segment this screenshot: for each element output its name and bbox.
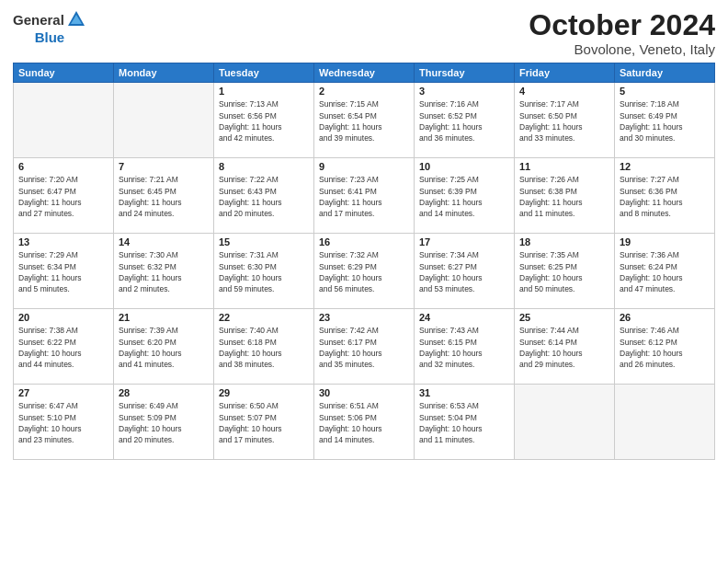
calendar-cell: 25Sunrise: 7:44 AM Sunset: 6:14 PM Dayli…	[515, 309, 615, 385]
calendar-cell: 26Sunrise: 7:46 AM Sunset: 6:12 PM Dayli…	[615, 309, 715, 385]
day-number: 10	[419, 161, 509, 172]
day-number: 30	[319, 387, 409, 398]
day-number: 16	[319, 236, 409, 247]
day-info: Sunrise: 7:40 AM Sunset: 6:18 PM Dayligh…	[219, 325, 309, 370]
calendar-cell	[615, 385, 715, 460]
day-info: Sunrise: 7:39 AM Sunset: 6:20 PM Dayligh…	[119, 325, 209, 370]
day-number: 11	[519, 161, 609, 172]
weekday-header-row: SundayMondayTuesdayWednesdayThursdayFrid…	[14, 63, 715, 83]
calendar-body: 1Sunrise: 7:13 AM Sunset: 6:56 PM Daylig…	[14, 83, 715, 460]
calendar-week-row: 6Sunrise: 7:20 AM Sunset: 6:47 PM Daylig…	[14, 158, 715, 234]
title-block: October 2024 Bovolone, Veneto, Italy	[529, 9, 715, 57]
weekday-header-cell: Tuesday	[214, 63, 314, 83]
calendar-cell: 1Sunrise: 7:13 AM Sunset: 6:56 PM Daylig…	[214, 83, 314, 158]
day-info: Sunrise: 7:26 AM Sunset: 6:38 PM Dayligh…	[519, 174, 609, 219]
day-number: 13	[18, 236, 108, 247]
calendar-cell: 28Sunrise: 6:49 AM Sunset: 5:09 PM Dayli…	[114, 385, 214, 460]
calendar-cell: 30Sunrise: 6:51 AM Sunset: 5:06 PM Dayli…	[314, 385, 415, 460]
day-info: Sunrise: 7:16 AM Sunset: 6:52 PM Dayligh…	[419, 98, 509, 144]
calendar-cell: 11Sunrise: 7:26 AM Sunset: 6:38 PM Dayli…	[515, 158, 615, 234]
weekday-header-cell: Wednesday	[314, 63, 415, 83]
day-number: 3	[419, 86, 509, 97]
day-number: 6	[18, 161, 108, 172]
calendar-cell: 12Sunrise: 7:27 AM Sunset: 6:36 PM Dayli…	[615, 158, 715, 234]
calendar-cell: 29Sunrise: 6:50 AM Sunset: 5:07 PM Dayli…	[214, 385, 314, 460]
day-info: Sunrise: 7:44 AM Sunset: 6:14 PM Dayligh…	[519, 325, 609, 370]
calendar-cell: 17Sunrise: 7:34 AM Sunset: 6:27 PM Dayli…	[415, 234, 515, 309]
day-info: Sunrise: 7:18 AM Sunset: 6:49 PM Dayligh…	[620, 98, 710, 144]
calendar-cell: 5Sunrise: 7:18 AM Sunset: 6:49 PM Daylig…	[615, 83, 715, 158]
day-info: Sunrise: 7:13 AM Sunset: 6:56 PM Dayligh…	[219, 98, 309, 144]
day-info: Sunrise: 7:32 AM Sunset: 6:29 PM Dayligh…	[319, 249, 409, 294]
day-number: 29	[219, 387, 309, 398]
day-info: Sunrise: 7:22 AM Sunset: 6:43 PM Dayligh…	[219, 174, 309, 219]
day-info: Sunrise: 6:49 AM Sunset: 5:09 PM Dayligh…	[119, 400, 209, 445]
day-number: 2	[319, 86, 409, 97]
day-number: 17	[419, 236, 509, 247]
calendar-week-row: 27Sunrise: 6:47 AM Sunset: 5:10 PM Dayli…	[14, 385, 715, 460]
day-number: 28	[119, 387, 209, 398]
day-number: 27	[18, 387, 108, 398]
calendar-cell: 20Sunrise: 7:38 AM Sunset: 6:22 PM Dayli…	[14, 309, 114, 385]
logo-icon	[66, 9, 86, 29]
calendar-cell: 8Sunrise: 7:22 AM Sunset: 6:43 PM Daylig…	[214, 158, 314, 234]
day-info: Sunrise: 7:27 AM Sunset: 6:36 PM Dayligh…	[620, 174, 710, 219]
day-info: Sunrise: 7:20 AM Sunset: 6:47 PM Dayligh…	[18, 174, 108, 219]
calendar-week-row: 1Sunrise: 7:13 AM Sunset: 6:56 PM Daylig…	[14, 83, 715, 158]
day-number: 22	[219, 312, 309, 323]
calendar-cell: 15Sunrise: 7:31 AM Sunset: 6:30 PM Dayli…	[214, 234, 314, 309]
day-info: Sunrise: 6:50 AM Sunset: 5:07 PM Dayligh…	[219, 400, 309, 445]
day-info: Sunrise: 7:15 AM Sunset: 6:54 PM Dayligh…	[319, 98, 409, 144]
weekday-header-cell: Monday	[114, 63, 214, 83]
calendar-cell: 21Sunrise: 7:39 AM Sunset: 6:20 PM Dayli…	[114, 309, 214, 385]
calendar-table: SundayMondayTuesdayWednesdayThursdayFrid…	[13, 63, 715, 460]
day-info: Sunrise: 7:31 AM Sunset: 6:30 PM Dayligh…	[219, 249, 309, 294]
day-info: Sunrise: 7:36 AM Sunset: 6:24 PM Dayligh…	[620, 249, 710, 294]
logo-general: General	[13, 12, 64, 28]
calendar-cell: 23Sunrise: 7:42 AM Sunset: 6:17 PM Dayli…	[314, 309, 415, 385]
calendar-cell	[14, 83, 114, 158]
location-title: Bovolone, Veneto, Italy	[529, 41, 715, 57]
header: General Blue October 2024 Bovolone, Vene…	[13, 9, 715, 57]
weekday-header-cell: Friday	[515, 63, 615, 83]
day-number: 23	[319, 312, 409, 323]
calendar-cell: 7Sunrise: 7:21 AM Sunset: 6:45 PM Daylig…	[114, 158, 214, 234]
day-number: 19	[620, 236, 710, 247]
calendar-cell: 6Sunrise: 7:20 AM Sunset: 6:47 PM Daylig…	[14, 158, 114, 234]
day-number: 18	[519, 236, 609, 247]
day-info: Sunrise: 7:35 AM Sunset: 6:25 PM Dayligh…	[519, 249, 609, 294]
day-info: Sunrise: 6:47 AM Sunset: 5:10 PM Dayligh…	[18, 400, 108, 445]
calendar-cell: 27Sunrise: 6:47 AM Sunset: 5:10 PM Dayli…	[14, 385, 114, 460]
day-number: 31	[419, 387, 509, 398]
calendar-week-row: 20Sunrise: 7:38 AM Sunset: 6:22 PM Dayli…	[14, 309, 715, 385]
day-number: 8	[219, 161, 309, 172]
day-number: 25	[519, 312, 609, 323]
calendar-cell: 14Sunrise: 7:30 AM Sunset: 6:32 PM Dayli…	[114, 234, 214, 309]
day-number: 15	[219, 236, 309, 247]
calendar-cell: 10Sunrise: 7:25 AM Sunset: 6:39 PM Dayli…	[415, 158, 515, 234]
calendar-cell	[515, 385, 615, 460]
page-container: General Blue October 2024 Bovolone, Vene…	[0, 0, 728, 469]
day-number: 12	[620, 161, 710, 172]
day-info: Sunrise: 7:29 AM Sunset: 6:34 PM Dayligh…	[18, 249, 108, 294]
day-info: Sunrise: 7:25 AM Sunset: 6:39 PM Dayligh…	[419, 174, 509, 219]
calendar-cell: 3Sunrise: 7:16 AM Sunset: 6:52 PM Daylig…	[415, 83, 515, 158]
day-info: Sunrise: 7:46 AM Sunset: 6:12 PM Dayligh…	[620, 325, 710, 370]
calendar-cell	[114, 83, 214, 158]
calendar-cell: 16Sunrise: 7:32 AM Sunset: 6:29 PM Dayli…	[314, 234, 415, 309]
day-info: Sunrise: 7:42 AM Sunset: 6:17 PM Dayligh…	[319, 325, 409, 370]
day-number: 1	[219, 86, 309, 97]
day-number: 4	[519, 86, 609, 97]
day-number: 9	[319, 161, 409, 172]
calendar-week-row: 13Sunrise: 7:29 AM Sunset: 6:34 PM Dayli…	[14, 234, 715, 309]
day-info: Sunrise: 7:23 AM Sunset: 6:41 PM Dayligh…	[319, 174, 409, 219]
day-info: Sunrise: 7:30 AM Sunset: 6:32 PM Dayligh…	[119, 249, 209, 294]
calendar-cell: 22Sunrise: 7:40 AM Sunset: 6:18 PM Dayli…	[214, 309, 314, 385]
day-number: 7	[119, 161, 209, 172]
logo: General Blue	[13, 9, 86, 45]
calendar-cell: 13Sunrise: 7:29 AM Sunset: 6:34 PM Dayli…	[14, 234, 114, 309]
day-info: Sunrise: 6:51 AM Sunset: 5:06 PM Dayligh…	[319, 400, 409, 445]
calendar-cell: 24Sunrise: 7:43 AM Sunset: 6:15 PM Dayli…	[415, 309, 515, 385]
day-info: Sunrise: 7:43 AM Sunset: 6:15 PM Dayligh…	[419, 325, 509, 370]
calendar-cell: 9Sunrise: 7:23 AM Sunset: 6:41 PM Daylig…	[314, 158, 415, 234]
